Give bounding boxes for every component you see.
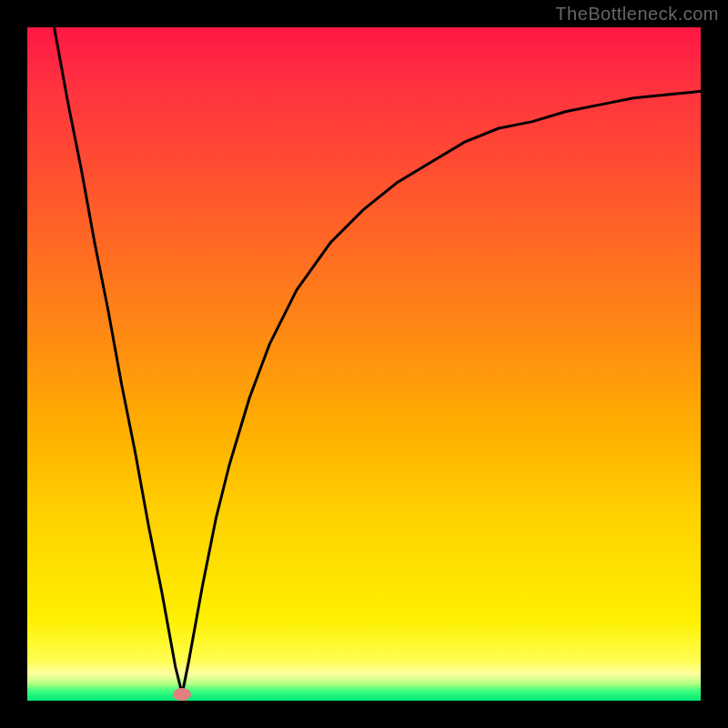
plot-area xyxy=(27,27,701,701)
curve-right xyxy=(182,91,701,693)
curve-left xyxy=(55,27,183,694)
watermark-text: TheBottleneck.com xyxy=(555,4,719,25)
minimum-marker xyxy=(173,688,191,701)
chart-frame: TheBottleneck.com xyxy=(0,0,728,728)
curve-svg xyxy=(27,27,701,701)
